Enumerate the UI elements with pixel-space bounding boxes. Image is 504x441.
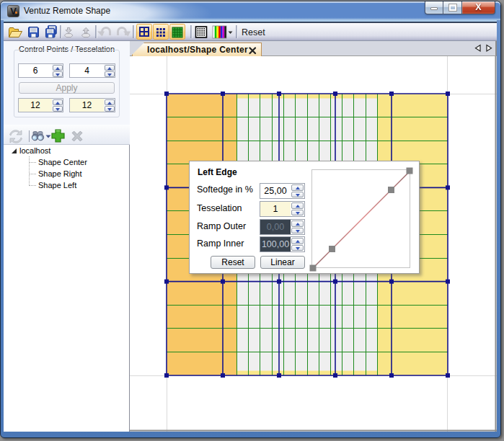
svg-text:Reset: Reset bbox=[242, 27, 265, 37]
